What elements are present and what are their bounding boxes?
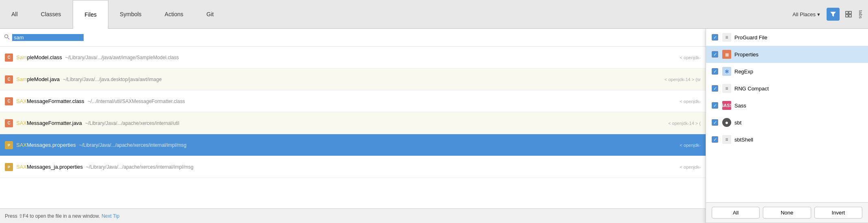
tab-actions[interactable]: Actions bbox=[153, 0, 195, 28]
filter-item-label: Sass bbox=[734, 103, 746, 109]
table-row[interactable]: C SAXMessageFormatter.class ~/.../intern… bbox=[0, 90, 706, 112]
layout-icon bbox=[845, 11, 852, 17]
file-location: < openjdk- bbox=[680, 99, 701, 104]
checkbox-properties[interactable]: ✓ bbox=[712, 51, 718, 58]
status-tip: Press ⇧F4 to open the file in a new wind… bbox=[5, 213, 100, 219]
file-location: < openjdk-14 > ( bbox=[668, 121, 701, 126]
list-item[interactable]: ✓ ≡ sbtShell bbox=[706, 131, 868, 148]
file-type-icon: ▦ bbox=[722, 50, 731, 59]
filter-footer: All None Invert bbox=[706, 202, 868, 223]
tab-files[interactable]: Files bbox=[73, 0, 108, 29]
file-name: SAXMessages_ja.properties bbox=[16, 164, 83, 170]
list-item[interactable]: ✓ ✱ RegExp bbox=[706, 63, 868, 80]
file-type-icon: C bbox=[5, 119, 13, 127]
file-type-icon: C bbox=[5, 97, 13, 105]
filter-item-label: sbtShell bbox=[734, 137, 753, 143]
list-item[interactable]: ✓ ≡ ProGuard File bbox=[706, 29, 868, 46]
file-type-icon: ≡ bbox=[722, 135, 731, 144]
file-location: < openjdk- bbox=[680, 55, 701, 60]
tab-classes[interactable]: Classes bbox=[30, 0, 73, 28]
tab-git[interactable]: Git bbox=[195, 0, 226, 28]
checkbox-sbtshell[interactable]: ✓ bbox=[712, 136, 718, 143]
file-name: SampleModel.class bbox=[16, 54, 62, 60]
layout-icon-button[interactable] bbox=[842, 8, 855, 21]
tab-all[interactable]: All bbox=[0, 0, 30, 28]
file-type-icon: ● bbox=[722, 118, 731, 127]
filter-item-label: Properties bbox=[734, 51, 758, 58]
tab-classes-label: Classes bbox=[41, 11, 61, 17]
table-row[interactable]: P SAXMessages.properties ~/Library/Java/… bbox=[0, 134, 706, 156]
file-name: SAXMessageFormatter.java bbox=[16, 120, 82, 126]
filter-item-label: ProGuard File bbox=[734, 34, 767, 41]
file-path: ~/Library/Java/.../apache/xerces/interna… bbox=[85, 120, 665, 126]
file-location: < openjdk- bbox=[680, 165, 701, 169]
svg-marker-0 bbox=[830, 12, 836, 17]
file-path: ~/Library/Java/.../apache/xerces/interna… bbox=[86, 164, 676, 170]
tab-actions-label: Actions bbox=[165, 11, 184, 17]
all-button[interactable]: All bbox=[712, 207, 760, 219]
file-path: ~/Library/Java/.../java.desktop/java/awt… bbox=[63, 77, 661, 82]
list-item[interactable]: ✓ ▦ Properties bbox=[706, 46, 868, 63]
file-location: < openjdk-14 > (sr bbox=[665, 77, 701, 82]
list-item[interactable]: ✓ ≡ RNG Compact bbox=[706, 80, 868, 97]
table-row[interactable]: C SampleModel.java ~/Library/Java/.../ja… bbox=[0, 69, 706, 90]
filter-icon-button[interactable] bbox=[827, 8, 840, 21]
main-content: C SampleModel.class ~/Library/Java/.../j… bbox=[0, 29, 868, 223]
file-name: SampleModel.java bbox=[16, 76, 60, 82]
search-bar bbox=[0, 29, 706, 47]
search-input[interactable] bbox=[12, 34, 84, 41]
chevron-down-icon: ▾ bbox=[817, 11, 820, 17]
filter-item-label: RNG Compact bbox=[734, 86, 769, 92]
tab-bar: All Classes Files Symbols Actions Git Al… bbox=[0, 0, 868, 29]
filter-item-label: sbt bbox=[734, 120, 741, 126]
list-item[interactable]: ✓ SASS Sass bbox=[706, 97, 868, 114]
tab-symbols[interactable]: Symbols bbox=[108, 0, 153, 28]
file-name: SAXMessageFormatter.class bbox=[16, 98, 84, 104]
left-panel: C SampleModel.class ~/Library/Java/.../j… bbox=[0, 29, 706, 223]
svg-point-5 bbox=[5, 35, 8, 38]
list-item[interactable]: ✓ ● sbt bbox=[706, 114, 868, 131]
svg-rect-2 bbox=[849, 11, 851, 14]
svg-rect-3 bbox=[846, 15, 848, 17]
tab-files-label: Files bbox=[84, 11, 97, 18]
file-name: SAXMessages.properties bbox=[16, 142, 76, 148]
checkbox-sbt[interactable]: ✓ bbox=[712, 119, 718, 126]
next-tip-link[interactable]: Next Tip bbox=[101, 213, 119, 219]
filter-item-label: RegExp bbox=[734, 69, 753, 75]
checkbox-regexp[interactable]: ✓ bbox=[712, 68, 718, 75]
file-type-icon: P bbox=[5, 141, 13, 149]
table-row[interactable]: C SAXMessageFormatter.java ~/Library/Jav… bbox=[0, 112, 706, 134]
filter-dropdown-panel: ✓ ≡ ProGuard File ✓ ▦ Properties ✓ ✱ Reg… bbox=[706, 29, 868, 223]
checkbox-proguard[interactable]: ✓ bbox=[712, 34, 718, 41]
svg-rect-4 bbox=[849, 15, 851, 17]
table-row[interactable]: C SampleModel.class ~/Library/Java/.../j… bbox=[0, 47, 706, 69]
file-type-icon: ≡ bbox=[722, 33, 731, 42]
file-type-icon: P bbox=[5, 163, 13, 171]
svg-rect-1 bbox=[846, 11, 848, 14]
file-path: ~/Library/Java/.../apache/xerces/interna… bbox=[79, 142, 677, 148]
tab-git-label: Git bbox=[207, 11, 214, 17]
file-path: ~/.../internal/util/SAXMessageFormatter.… bbox=[88, 99, 677, 104]
checkbox-sass[interactable]: ✓ bbox=[712, 102, 718, 109]
tabs-side-label[interactable]: tabs bbox=[857, 9, 864, 20]
none-button[interactable]: None bbox=[763, 207, 811, 219]
file-type-icon: SASS bbox=[722, 101, 731, 110]
tab-right-controls: All Places ▾ tabs bbox=[788, 0, 868, 28]
filter-list: ✓ ≡ ProGuard File ✓ ▦ Properties ✓ ✱ Reg… bbox=[706, 29, 868, 202]
filter-icon bbox=[830, 11, 836, 17]
table-row[interactable]: P SAXMessages_ja.properties ~/Library/Ja… bbox=[0, 156, 706, 178]
file-location: < openjdk- bbox=[680, 143, 701, 148]
file-type-icon: C bbox=[5, 75, 13, 84]
status-bar: Press ⇧F4 to open the file in a new wind… bbox=[0, 208, 706, 223]
svg-line-6 bbox=[8, 38, 9, 39]
file-type-icon: ≡ bbox=[722, 84, 731, 93]
search-icon bbox=[4, 34, 10, 41]
file-list: C SampleModel.class ~/Library/Java/.../j… bbox=[0, 47, 706, 208]
file-type-icon: ✱ bbox=[722, 67, 731, 76]
file-path: ~/Library/Java/.../java/awt/image/Sample… bbox=[65, 55, 677, 60]
checkbox-rng[interactable]: ✓ bbox=[712, 85, 718, 92]
tab-all-label: All bbox=[11, 11, 18, 17]
file-type-icon: C bbox=[5, 54, 13, 62]
all-places-button[interactable]: All Places ▾ bbox=[788, 10, 824, 19]
invert-button[interactable]: Invert bbox=[814, 207, 862, 219]
